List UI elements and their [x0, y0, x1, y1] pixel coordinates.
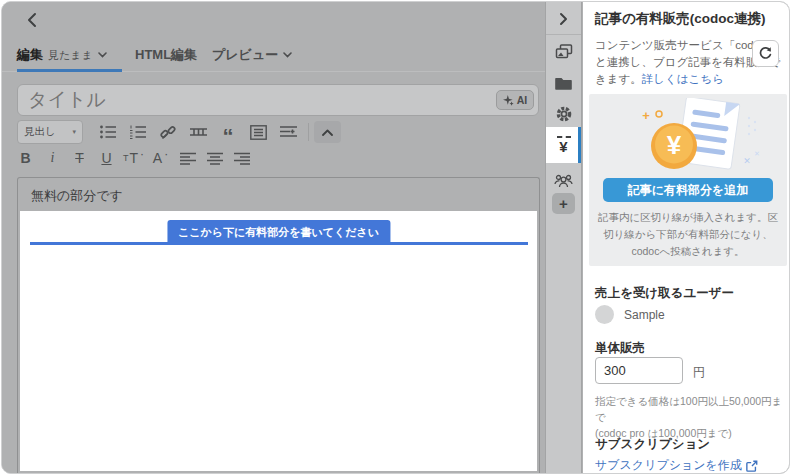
tab-label: HTML編集 [135, 46, 197, 64]
subscription-section-heading: サブスクリプション [595, 436, 710, 453]
tab-edit-wysiwyg[interactable]: 編集 見たまま [17, 46, 107, 64]
numbered-list-button[interactable] [123, 120, 153, 144]
quote-icon: “ [223, 132, 234, 142]
collapse-toolbar-button[interactable] [314, 121, 341, 143]
back-button[interactable] [24, 11, 42, 29]
yen-icon: ¥ [559, 139, 567, 154]
svg-text:+: + [642, 108, 650, 123]
insert-snippet-button[interactable] [273, 120, 303, 144]
collapse-panel-button[interactable] [546, 6, 581, 32]
folder-button[interactable] [546, 71, 581, 95]
refresh-icon [758, 46, 773, 61]
heading-select-label: 見出し [24, 125, 56, 139]
heading-style-select[interactable]: 見出し ▾ [17, 120, 83, 144]
blockquote-button[interactable]: “ [213, 120, 243, 144]
folder-icon [555, 76, 572, 90]
price-unit-label: 円 [693, 364, 705, 381]
price-section-heading: 単体販売 [595, 340, 645, 357]
add-panel-button[interactable]: + [552, 193, 575, 214]
seller-user-name: Sample [624, 308, 665, 322]
toolbar-divider [308, 123, 309, 141]
sparkle-icon [503, 95, 514, 106]
tab-sublabel: 見たまま [48, 48, 93, 63]
side-toolbar: ¥ + [545, 2, 582, 473]
tab-label: プレビュー [212, 46, 278, 64]
promo-card: ¥ + ✕ ✕ 記事に有料部分を追加 記事内に区切り線が挿入されます。区切り線か… [589, 94, 787, 266]
chevron-left-icon [24, 11, 42, 29]
italic-button[interactable]: i [39, 147, 66, 169]
paid-sales-tool-selected[interactable]: ¥ [546, 127, 581, 163]
external-link-icon [746, 460, 758, 472]
table-of-contents-button[interactable] [243, 120, 273, 144]
align-center-button[interactable] [201, 147, 228, 169]
paid-article-illustration: ¥ + ✕ ✕ [589, 98, 787, 178]
read-more-button[interactable] [183, 120, 213, 144]
people-icon [554, 173, 573, 188]
avatar [595, 305, 614, 324]
bold-button[interactable]: B [12, 147, 39, 169]
create-subscription-label: サブスクリプションを作成 [595, 457, 742, 474]
insert-photo-button[interactable] [546, 40, 581, 64]
editor-toolbar-row2: B i T U T T · A · [12, 147, 255, 169]
panel-title: 記事の有料販売(codoc連携) [595, 10, 766, 28]
dropdown-dot: · [164, 147, 168, 161]
paid-part-divider-line [30, 242, 528, 245]
price-input[interactable] [595, 357, 683, 384]
align-right-button[interactable] [228, 147, 255, 169]
seller-section-heading: 売上を受け取るユーザー [595, 285, 734, 302]
tab-preview[interactable]: プレビュー [212, 46, 292, 64]
align-left-button[interactable] [174, 147, 201, 169]
card-note: 記事内に区切り線が挿入されます。区切り線から下部が有料部分になり、codocへ投… [595, 209, 781, 260]
bullet-list-button[interactable] [93, 120, 123, 144]
add-paid-part-button[interactable]: 記事に有料部分を追加 [603, 178, 773, 202]
editor-area: 編集 見たまま HTML編集 プレビュー AI [2, 2, 545, 473]
chevron-down-icon [98, 52, 107, 58]
chevron-right-icon [559, 12, 568, 26]
paid-sales-panel: 記事の有料販売(codoc連携) コンテンツ販売サービス「codoc」と連携し、… [583, 2, 789, 473]
dropdown-dot: · [140, 147, 144, 161]
paid-part-banner: ここから下に有料部分を書いてください [167, 220, 390, 244]
refresh-button[interactable] [752, 40, 779, 67]
group-button[interactable] [546, 168, 581, 192]
editor-toolbar-row1: 見出し ▾ “ [17, 120, 341, 144]
side-toolbar-divider [546, 34, 581, 35]
ai-assist-button[interactable]: AI [496, 90, 534, 110]
svg-text:¥: ¥ [667, 130, 682, 160]
text-size-large-glyph: T [129, 150, 138, 166]
learn-more-link[interactable]: 詳しくはこちら [642, 73, 724, 85]
paid-part-area[interactable]: ここから下に有料部分を書いてください [20, 211, 537, 471]
text-color-glyph: A [153, 150, 162, 166]
editor-content-box[interactable]: 無料の部分です ここから下に有料部分を書いてください [17, 177, 540, 473]
selected-indicator-bar [578, 127, 581, 163]
image-icon [555, 44, 573, 60]
tab-label: 編集 [17, 46, 43, 64]
create-subscription-link[interactable]: サブスクリプションを作成 [595, 457, 758, 474]
text-size-button[interactable]: T T · [120, 147, 147, 169]
price-note-line1: 指定できる価格は100円以上50,000円まで [595, 393, 787, 425]
free-part-text: 無料の部分です [31, 187, 123, 205]
chevron-up-icon [322, 129, 333, 136]
underline-button[interactable]: U [93, 147, 120, 169]
caret-down-icon: ▾ [72, 128, 76, 136]
ai-button-label: AI [517, 94, 528, 106]
active-tab-underline [17, 69, 122, 72]
chevron-down-icon [283, 52, 292, 58]
settings-button[interactable] [546, 102, 581, 126]
price-note: 指定できる価格は100円以上50,000円まで (codoc pro は100,… [595, 393, 787, 441]
svg-text:✕: ✕ [743, 156, 751, 166]
tab-html-edit[interactable]: HTML編集 [135, 46, 197, 64]
editor-window: 編集 見たまま HTML編集 プレビュー AI [1, 1, 790, 474]
gear-icon [555, 105, 573, 123]
svg-text:✕: ✕ [754, 150, 760, 157]
title-input[interactable] [17, 84, 539, 116]
editor-tabbar: 編集 見たまま HTML編集 プレビュー [2, 40, 545, 72]
link-button[interactable] [153, 120, 183, 144]
strikethrough-button[interactable]: T [66, 147, 93, 169]
text-color-button[interactable]: A · [147, 147, 174, 169]
text-size-small-glyph: T [123, 153, 129, 163]
seller-user-row[interactable]: Sample [595, 305, 665, 324]
